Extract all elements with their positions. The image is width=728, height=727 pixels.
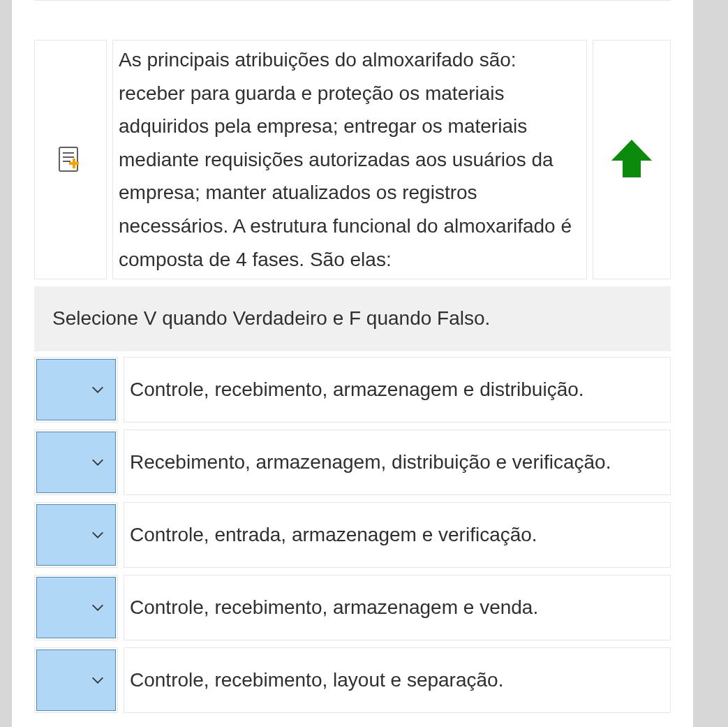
vf-select-inner[interactable] [36,577,116,638]
option-text: Controle, entrada, armazenagem e verific… [124,502,671,568]
vf-select[interactable] [34,429,118,495]
chevron-down-icon [90,455,105,470]
vf-select[interactable] [34,647,118,713]
vf-select[interactable] [34,575,118,640]
chevron-down-icon [90,382,105,397]
arrow-up-icon [606,134,658,186]
vf-select-inner[interactable] [36,432,116,493]
chevron-down-icon [90,600,105,615]
option-text: Controle, recebimento, armazenagem e dis… [124,357,671,423]
option-row: Controle, recebimento, armazenagem e dis… [34,357,671,423]
chevron-down-icon [90,527,105,543]
option-text: Controle, recebimento, layout e separaçã… [124,647,671,713]
chevron-down-icon [90,673,105,688]
question-text: As principais atribuições do almoxarifad… [112,40,587,279]
option-row: Controle, recebimento, layout e separaçã… [34,647,671,713]
option-row: Recebimento, armazenagem, distribuição e… [34,429,671,495]
vf-select-inner[interactable] [36,504,116,566]
vf-select[interactable] [34,357,118,423]
page-container: As principais atribuições do almoxarifad… [12,0,693,727]
divider [34,0,671,1]
option-text: Controle, recebimento, armazenagem e ven… [124,575,671,640]
svg-marker-6 [611,140,652,177]
edit-document-icon [55,145,86,175]
vf-select-inner[interactable] [36,359,116,420]
move-up-cell[interactable] [593,40,671,279]
instruction-bar: Selecione V quando Verdadeiro e F quando… [34,286,671,351]
vf-select-inner[interactable] [36,649,116,711]
option-row: Controle, entrada, armazenagem e verific… [34,502,671,568]
option-row: Controle, recebimento, armazenagem e ven… [34,575,671,640]
question-header-row: As principais atribuições do almoxarifad… [34,40,671,279]
option-text: Recebimento, armazenagem, distribuição e… [124,429,671,495]
edit-question-cell[interactable] [34,40,107,279]
vf-select[interactable] [34,502,118,568]
